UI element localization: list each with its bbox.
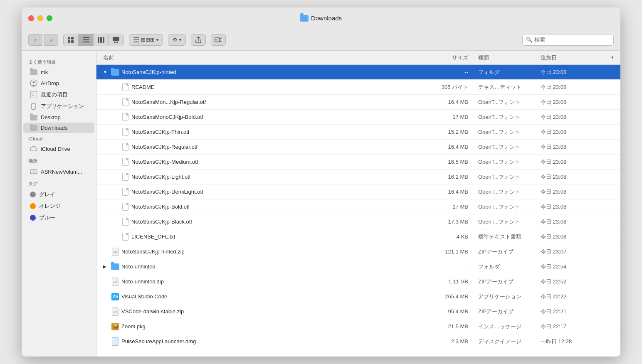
sidebar-item-airdrop[interactable]: AirDrop xyxy=(23,77,94,89)
icon-view-button[interactable] xyxy=(64,34,79,46)
col-date-header[interactable]: 追加日 ▾ xyxy=(537,54,620,61)
favorites-label: よく使う項目 xyxy=(22,56,96,67)
sidebar-item-tag-blue[interactable]: ブルー xyxy=(23,212,94,224)
gear-button[interactable]: ⚙ ▾ xyxy=(168,34,186,46)
table-row[interactable]: README 305 バイト テキス…ディット 今日 23:08 xyxy=(96,80,620,95)
places-label: 場所 xyxy=(22,155,96,166)
svg-rect-11 xyxy=(114,42,116,43)
table-row[interactable]: NotoSansCJKjp-Regular.otf 16.4 MB OpenT.… xyxy=(96,140,620,155)
file-date: 今日 23:08 xyxy=(537,158,620,166)
list-header: 名前 サイズ 種類 追加日 ▾ xyxy=(96,51,620,65)
table-row[interactable]: NotoSansCJKjp-Black.otf 17.3 MB OpenT...… xyxy=(96,214,620,229)
sidebar-item-icloud[interactable]: iCloud Drive xyxy=(23,143,94,155)
forward-button[interactable]: › xyxy=(44,34,58,46)
svg-rect-4 xyxy=(83,37,89,38)
file-kind: ZIPアーカイブ xyxy=(475,308,537,315)
file-icon xyxy=(121,172,129,182)
minimize-button[interactable] xyxy=(37,15,43,21)
file-date: 今日 23:08 xyxy=(537,233,620,241)
sidebar-item-recents[interactable]: 最近の項目 xyxy=(23,89,94,101)
file-name-cell: zip Noto-unhinted.zip xyxy=(96,277,425,286)
table-row[interactable]: NotoSansCJKjp-Bold.otf 17 MB OpenT...フォン… xyxy=(96,199,620,214)
svg-line-18 xyxy=(220,38,222,39)
sidebar: よく使う項目 mk AirDrop xyxy=(22,51,96,357)
list-view-button[interactable] xyxy=(79,34,94,46)
file-icon xyxy=(111,337,119,346)
file-icon xyxy=(111,68,119,77)
table-row[interactable]: zip VSCode-darwin-stable.zip 95.4 MB ZIP… xyxy=(96,304,620,319)
search-box[interactable]: 🔍 xyxy=(522,34,614,46)
group-button[interactable]: ⊞⊞⊞ ▾ xyxy=(129,34,163,46)
disclosure-triangle[interactable]: ▼ xyxy=(103,70,109,74)
column-view-button[interactable] xyxy=(94,34,109,46)
file-size: 95.4 MB xyxy=(425,308,475,315)
finder-window: Downloads ‹ › xyxy=(22,7,620,357)
search-input[interactable] xyxy=(534,37,610,43)
sidebar-item-label: アプリケーション xyxy=(41,103,84,110)
file-icon: zip xyxy=(111,247,119,256)
table-row[interactable]: NotoSansCJKjp-DemiLight.otf 16.4 MB Open… xyxy=(96,184,620,199)
table-row[interactable]: NotoSansCJKjp-Medium.otf 16.5 MB OpenT..… xyxy=(96,155,620,170)
sidebar-item-downloads[interactable]: Downloads xyxy=(23,123,94,133)
file-name-cell: 📦 Zoom.pkg xyxy=(96,322,425,331)
sidebar-item-asr[interactable]: ASRNewVolum... xyxy=(23,166,94,177)
file-name-cell: PulseSecureAppLauncher.dmg xyxy=(96,337,425,346)
svg-rect-12 xyxy=(116,42,118,43)
folder-icon xyxy=(30,125,37,131)
file-date: 今日 22:17 xyxy=(537,323,620,330)
table-row[interactable]: zip NotoSansCJKjp-hinted.zip 121.1 MB ZI… xyxy=(96,244,620,259)
col-name-header[interactable]: 名前 xyxy=(96,54,425,61)
file-size: 305 バイト xyxy=(425,84,475,91)
file-name: NotoSansMon...Kjp-Regular.otf xyxy=(131,99,206,105)
gallery-view-button[interactable] xyxy=(109,34,123,46)
col-date-chevron: ▾ xyxy=(611,55,614,60)
col-size-header[interactable]: サイズ xyxy=(425,54,475,61)
table-row[interactable]: PulseSecureAppLauncher.dmg 2.3 MB ディスクイメ… xyxy=(96,334,620,349)
close-button[interactable] xyxy=(28,15,34,21)
svg-rect-1 xyxy=(71,37,74,39)
svg-rect-14 xyxy=(133,39,139,40)
sidebar-item-tag-orange[interactable]: オレンジ xyxy=(23,200,94,212)
file-date: 今日 22:52 xyxy=(537,278,620,285)
file-name: NotoSansCJKjp-Bold.otf xyxy=(131,204,190,210)
file-icon xyxy=(121,187,129,197)
table-row[interactable]: NotoSansCJKjp-Light.otf 16.2 MB OpenT...… xyxy=(96,170,620,184)
table-row[interactable]: ▼ NotoSansCJKjp-hinted -- フォルダ 今日 23:08 xyxy=(96,65,620,80)
table-row[interactable]: 📦 Zoom.pkg 21.5 MB インス…ッケージ 今日 22:17 xyxy=(96,319,620,334)
file-size: 15.2 MB xyxy=(425,129,475,135)
file-date: 今日 23:08 xyxy=(537,84,620,91)
maximize-button[interactable] xyxy=(47,15,52,21)
share-button[interactable] xyxy=(191,34,206,46)
tag-button[interactable] xyxy=(211,34,226,46)
file-kind: OpenT...フォント xyxy=(475,218,537,226)
file-kind: OpenT...フォント xyxy=(475,173,537,181)
file-icon xyxy=(121,113,129,122)
file-date: 今日 23:08 xyxy=(537,218,620,226)
file-kind: ZIPアーカイブ xyxy=(475,248,537,256)
file-name-cell: zip VSCode-darwin-stable.zip xyxy=(96,307,425,316)
sidebar-item-mk[interactable]: mk xyxy=(23,67,94,77)
table-row[interactable]: NotoSansMon...Kjp-Regular.otf 16.4 MB Op… xyxy=(96,95,620,110)
col-name-label: 名前 xyxy=(103,54,114,61)
table-row[interactable]: LICENSE_OFL.txt 4 KB 標準テキスト書類 今日 23:08 xyxy=(96,229,620,244)
icloud-label: iCloud xyxy=(22,133,96,143)
sidebar-item-applications[interactable]: アプリケーション xyxy=(23,101,94,112)
sidebar-item-desktop[interactable]: Desktop xyxy=(23,112,94,123)
table-row[interactable]: NotoSansCJKjp-Thin.otf 15.2 MB OpenT...フ… xyxy=(96,125,620,140)
table-row[interactable]: NotoSansMonoCJKjp-Bold.otf 17 MB OpenT..… xyxy=(96,110,620,125)
sidebar-item-label: Downloads xyxy=(41,125,67,131)
file-date: 今日 23:08 xyxy=(537,203,620,211)
back-button[interactable]: ‹ xyxy=(28,34,42,46)
sidebar-item-tag-grey[interactable]: グレイ xyxy=(23,189,94,200)
table-row[interactable]: ▶ Noto-unhinted -- フォルダ 今日 22:54 xyxy=(96,259,620,274)
file-date: 今日 22:54 xyxy=(537,263,620,271)
svg-rect-13 xyxy=(133,37,139,38)
col-kind-header[interactable]: 種類 xyxy=(475,54,537,61)
file-size: 16.2 MB xyxy=(425,174,475,180)
toolbar: ‹ › xyxy=(22,29,620,51)
file-name-cell: NotoSansMonoCJKjp-Bold.otf xyxy=(96,113,425,122)
disclosure-triangle[interactable]: ▶ xyxy=(103,264,109,269)
svg-rect-23 xyxy=(30,170,37,174)
table-row[interactable]: zip Noto-unhinted.zip 1.11 GB ZIPアーカイブ 今… xyxy=(96,274,620,289)
table-row[interactable]: VS Visual Studio Code 265.4 MB アプリケーション … xyxy=(96,289,620,304)
